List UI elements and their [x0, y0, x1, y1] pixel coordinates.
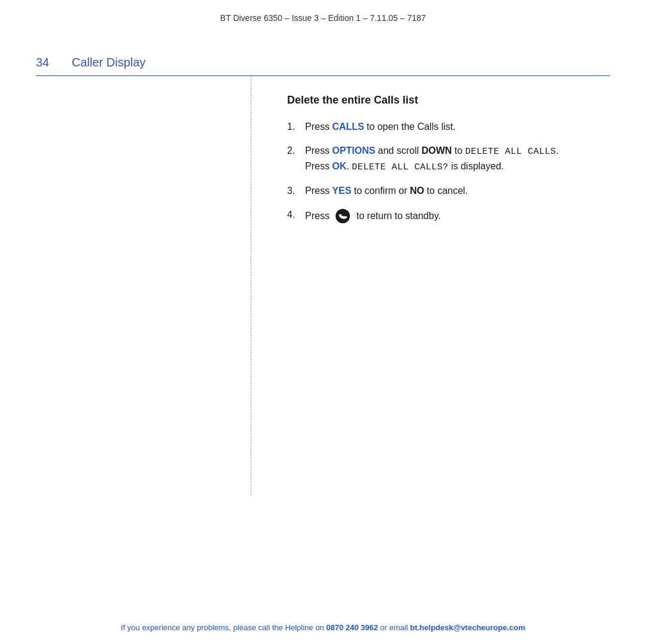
down-keyword: DOWN	[422, 145, 452, 156]
right-column: Delete the entire Calls list 1. Press CA…	[251, 76, 610, 495]
list-item: 1. Press CALLS to open the Calls list.	[287, 120, 610, 134]
section-number: 34	[36, 56, 54, 69]
svg-point-0	[336, 209, 350, 223]
header-title: BT Diverse 6350 – Issue 3 – Edition 1 – …	[220, 13, 426, 23]
page-header: BT Diverse 6350 – Issue 3 – Edition 1 – …	[0, 0, 646, 23]
footer-text-before: If you experience any problems, please c…	[121, 623, 326, 632]
yes-keyword: YES	[332, 186, 351, 196]
delete-all-calls-question-display: DELETE ALL CALLS?	[352, 162, 449, 172]
left-column	[36, 76, 251, 495]
step-number: 3.	[287, 184, 305, 198]
section-header: 34 Caller Display	[0, 23, 646, 75]
list-item: 2. Press OPTIONS and scroll DOWN to DELE…	[287, 144, 610, 174]
list-item: 3. Press YES to confirm or NO to cancel.	[287, 184, 610, 198]
footer-email: bt.helpdesk@vtecheurope.com	[410, 623, 525, 632]
footer-text-middle: or email	[378, 623, 410, 632]
steps-list: 1. Press CALLS to open the Calls list. 2…	[287, 120, 610, 224]
step-content: Press YES to confirm or NO to cancel.	[305, 184, 610, 198]
page-footer: If you experience any problems, please c…	[0, 623, 646, 632]
step-number: 4.	[287, 208, 305, 222]
no-keyword: NO	[410, 186, 424, 196]
footer-phone: 0870 240 3962	[326, 623, 378, 632]
list-item: 4. Press to return to standby.	[287, 208, 610, 224]
step-content: Press to return to standby.	[305, 208, 610, 224]
ok-keyword: OK	[332, 161, 346, 171]
section-title: Caller Display	[72, 56, 145, 69]
step-content: Press CALLS to open the Calls list.	[305, 120, 610, 134]
step-number: 1.	[287, 120, 305, 134]
calls-keyword: CALLS	[332, 121, 364, 132]
options-keyword: OPTIONS	[332, 145, 375, 156]
content-layout: Delete the entire Calls list 1. Press CA…	[36, 76, 610, 495]
delete-all-calls-display: DELETE ALL CALLS	[465, 147, 556, 157]
content-title: Delete the entire Calls list	[287, 94, 610, 107]
phone-icon	[334, 208, 351, 224]
step-content: Press OPTIONS and scroll DOWN to DELETE …	[305, 144, 610, 174]
step-number: 2.	[287, 144, 305, 158]
